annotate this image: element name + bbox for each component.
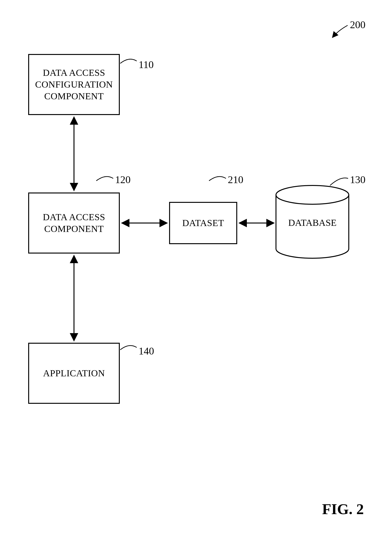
leader-120 [96,177,113,181]
block-config: DATA ACCESSCONFIGURATIONCOMPONENT [28,54,120,115]
block-dataset: DATASET [169,202,237,244]
block-database-label: DATABASE [276,217,349,228]
figure-ref: 200 [350,19,365,31]
leader-200 [332,25,348,38]
leader-110 [120,59,137,63]
ref-dataset: 210 [228,174,243,186]
svg-point-0 [276,185,349,204]
figure-caption: FIG. 2 [322,500,364,518]
ref-config: 110 [139,59,154,71]
block-access-label: DATA ACCESSCOMPONENT [43,211,105,235]
leader-130 [330,178,348,185]
block-dataset-label: DATASET [182,217,224,229]
ref-database: 130 [350,174,365,186]
leader-210 [209,177,226,181]
ref-access: 120 [115,174,131,186]
block-app: APPLICATION [28,343,120,404]
leader-140 [120,346,137,350]
block-config-label: DATA ACCESSCONFIGURATIONCOMPONENT [35,67,113,102]
block-app-label: APPLICATION [43,367,105,379]
ref-app: 140 [139,345,154,357]
block-access: DATA ACCESSCOMPONENT [28,192,120,254]
figure-canvas: DATA ACCESSCONFIGURATIONCOMPONENT DATA A… [0,0,392,539]
